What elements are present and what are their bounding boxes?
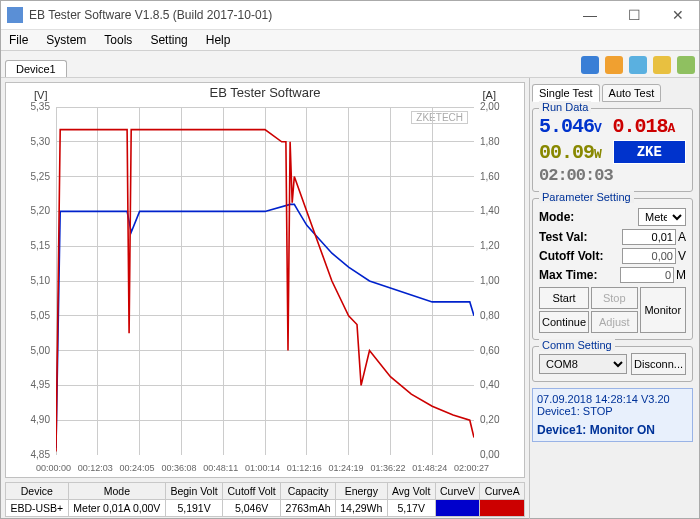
device-tab[interactable]: Device1 — [5, 60, 67, 77]
ytick-left: 5,00 — [10, 345, 50, 356]
ytick-right: 0,40 — [480, 379, 520, 390]
maximize-button[interactable]: ☐ — [619, 7, 649, 23]
start-button[interactable]: Start — [539, 287, 589, 309]
ytick-right: 2,00 — [480, 101, 520, 112]
search-icon[interactable] — [653, 56, 671, 74]
col-curvea: CurveA — [480, 483, 525, 500]
status-monitor-on: Device1: Monitor ON — [537, 423, 688, 437]
run-data-title: Run Data — [539, 101, 591, 113]
axis-label-right: [A] — [483, 89, 496, 101]
stop-button[interactable]: Stop — [591, 287, 637, 309]
ytick-right: 0,80 — [480, 310, 520, 321]
current-value: 0.018A — [613, 115, 687, 138]
close-button[interactable]: ✕ — [663, 7, 693, 23]
menubar: File System Tools Setting Help — [1, 30, 699, 51]
ytick-left: 5,25 — [10, 171, 50, 182]
app-window: EB Tester Software V1.8.5 (Build 2017-10… — [0, 0, 700, 519]
mode-select[interactable]: Meter — [638, 208, 686, 226]
info-icon[interactable] — [677, 56, 695, 74]
xtick: 01:00:14 — [245, 463, 280, 473]
ytick-left: 4,85 — [10, 449, 50, 460]
tab-auto-test[interactable]: Auto Test — [602, 84, 662, 102]
cell-energy: 14,29Wh — [335, 500, 387, 517]
status-device-stop: Device1: STOP — [537, 405, 688, 417]
ytick-right: 1,20 — [480, 240, 520, 251]
cell-capacity: 2763mAh — [281, 500, 336, 517]
mode-label: Mode: — [539, 210, 574, 224]
monitor-button[interactable]: Monitor — [640, 287, 686, 333]
plot — [56, 107, 474, 455]
menu-tools[interactable]: Tools — [100, 31, 136, 49]
continue-button[interactable]: Continue — [539, 311, 589, 333]
refresh-icon[interactable] — [581, 56, 599, 74]
cell-mode: Meter 0,01A 0,00V — [68, 500, 165, 517]
col-avg-volt: Avg Volt — [387, 483, 435, 500]
cell-device: EBD-USB+ — [6, 500, 69, 517]
xtick: 01:24:19 — [329, 463, 364, 473]
menu-system[interactable]: System — [42, 31, 90, 49]
ytick-left: 4,95 — [10, 379, 50, 390]
col-cutoff-volt: Cutoff Volt — [223, 483, 281, 500]
status-box: 07.09.2018 14:28:14 V3.20 Device1: STOP … — [532, 388, 693, 442]
maxtime-input[interactable] — [620, 267, 674, 283]
ytick-left: 5,05 — [10, 310, 50, 321]
power-value: 00.09W — [539, 141, 613, 164]
ytick-left: 4,90 — [10, 414, 50, 425]
ytick-left: 5,30 — [10, 136, 50, 147]
col-begin-volt: Begin Volt — [166, 483, 223, 500]
cutoff-label: Cutoff Volt: — [539, 249, 603, 263]
voltage-value: 5.046V — [539, 115, 613, 138]
xtick: 00:12:03 — [78, 463, 113, 473]
col-device: Device — [6, 483, 69, 500]
param-group: Parameter Setting Mode: Meter Test Val: … — [532, 198, 693, 340]
titlebar: EB Tester Software V1.8.5 (Build 2017-10… — [1, 1, 699, 30]
menu-file[interactable]: File — [5, 31, 32, 49]
col-capacity: Capacity — [281, 483, 336, 500]
ytick-right: 0,60 — [480, 345, 520, 356]
cell-curvev — [435, 500, 480, 517]
com-port-select[interactable]: COM8 — [539, 354, 627, 374]
menu-setting[interactable]: Setting — [146, 31, 191, 49]
tab-single-test[interactable]: Single Test — [532, 84, 600, 102]
adjust-button[interactable]: Adjust — [591, 311, 637, 333]
ytick-left: 5,10 — [10, 275, 50, 286]
monitor-icon[interactable] — [629, 56, 647, 74]
data-table: DeviceModeBegin VoltCutoff VoltCapacityE… — [5, 482, 525, 517]
ytick-left: 5,20 — [10, 205, 50, 216]
chart-title: EB Tester Software — [6, 85, 524, 100]
app-icon — [7, 7, 23, 23]
right-tabs: Single Test Auto Test — [532, 84, 693, 102]
disconnect-button[interactable]: Disconn... — [631, 353, 686, 375]
ytick-right: 1,60 — [480, 171, 520, 182]
toolbar-row: Device1 — [1, 51, 699, 78]
testval-input[interactable] — [622, 229, 676, 245]
window-title: EB Tester Software V1.8.5 (Build 2017-10… — [29, 8, 575, 22]
cutoff-input[interactable] — [622, 248, 676, 264]
menu-help[interactable]: Help — [202, 31, 235, 49]
brand-logo: ZKE — [613, 140, 687, 164]
folder-icon[interactable] — [605, 56, 623, 74]
ytick-right: 1,00 — [480, 275, 520, 286]
comm-group: Comm Setting COM8 Disconn... — [532, 346, 693, 382]
left-pane: [V] EB Tester Software [A] ZKETECH 4,854… — [1, 78, 529, 519]
xtick: 00:48:11 — [203, 463, 238, 473]
status-timestamp: 07.09.2018 14:28:14 V3.20 — [537, 393, 688, 405]
right-panel: Single Test Auto Test Run Data 5.046V 0.… — [529, 78, 699, 519]
xtick: 00:24:05 — [120, 463, 155, 473]
ytick-right: 1,40 — [480, 205, 520, 216]
minimize-button[interactable]: — — [575, 7, 605, 23]
xtick: 00:36:08 — [161, 463, 196, 473]
run-data-group: Run Data 5.046V 0.018A 00.09W ZKE 02:00:… — [532, 108, 693, 192]
ytick-right: 1,80 — [480, 136, 520, 147]
ytick-left: 5,35 — [10, 101, 50, 112]
comm-title: Comm Setting — [539, 339, 615, 351]
xtick: 01:12:16 — [287, 463, 322, 473]
chart-area: [V] EB Tester Software [A] ZKETECH 4,854… — [5, 82, 525, 478]
cell-cutoff-volt: 5,046V — [223, 500, 281, 517]
xtick: 02:00:27 — [454, 463, 489, 473]
ytick-right: 0,20 — [480, 414, 520, 425]
cell-curvea — [480, 500, 525, 517]
cell-avg-volt: 5,17V — [387, 500, 435, 517]
ytick-right: 0,00 — [480, 449, 520, 460]
param-title: Parameter Setting — [539, 191, 634, 203]
